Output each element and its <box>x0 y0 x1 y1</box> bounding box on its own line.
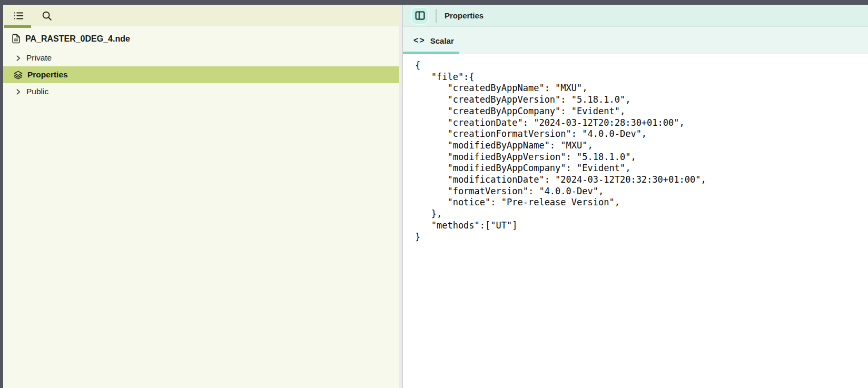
file-name: PA_RASTER_0DEG_4.nde <box>25 34 130 44</box>
window-frame-top <box>0 0 868 5</box>
file-text-icon <box>11 34 21 44</box>
active-tool-underline <box>4 25 31 28</box>
viewer-panel: Properties <> Scalar { "file":{ "created… <box>403 5 868 388</box>
panel-splitter[interactable] <box>399 5 403 388</box>
tab-scalar[interactable]: <> Scalar <box>413 36 454 45</box>
chevron-right-icon <box>15 88 22 95</box>
tree-item-label: Public <box>26 87 48 96</box>
panel-left-icon <box>415 10 426 21</box>
entity-title: Properties <box>445 11 484 20</box>
group-tree: Private Properties Public <box>3 49 399 100</box>
tree-item-private[interactable]: Private <box>3 49 399 66</box>
file-root-row[interactable]: PA_RASTER_0DEG_4.nde <box>3 34 399 44</box>
tree-item-properties[interactable]: Properties <box>3 66 399 83</box>
tree-item-public[interactable]: Public <box>3 83 399 100</box>
layers-icon <box>14 71 23 79</box>
topbar-divider <box>436 9 437 23</box>
tree-item-label: Private <box>26 53 52 63</box>
tab-label: Scalar <box>430 36 454 45</box>
tree-view-button[interactable] <box>12 9 25 23</box>
json-value: { "file":{ "createdByAppName": "MXU", "c… <box>403 54 868 243</box>
list-icon <box>13 10 24 22</box>
active-tab-underline <box>403 52 459 54</box>
search-button[interactable] <box>40 9 54 23</box>
search-icon <box>41 10 53 22</box>
code-icon: <> <box>413 36 426 45</box>
explorer-panel: PA_RASTER_0DEG_4.nde Private Properties <box>3 5 399 388</box>
scalar-view: { "file":{ "createdByAppName": "MXU", "c… <box>403 54 868 243</box>
tree-item-label: Properties <box>27 70 68 79</box>
viewer-tabbar: <> Scalar <box>403 26 868 54</box>
explorer-toolbar <box>3 5 399 26</box>
sidebar-toggle-button[interactable] <box>411 7 429 25</box>
chevron-right-icon <box>15 55 22 62</box>
viewer-topbar: Properties <box>403 5 868 26</box>
